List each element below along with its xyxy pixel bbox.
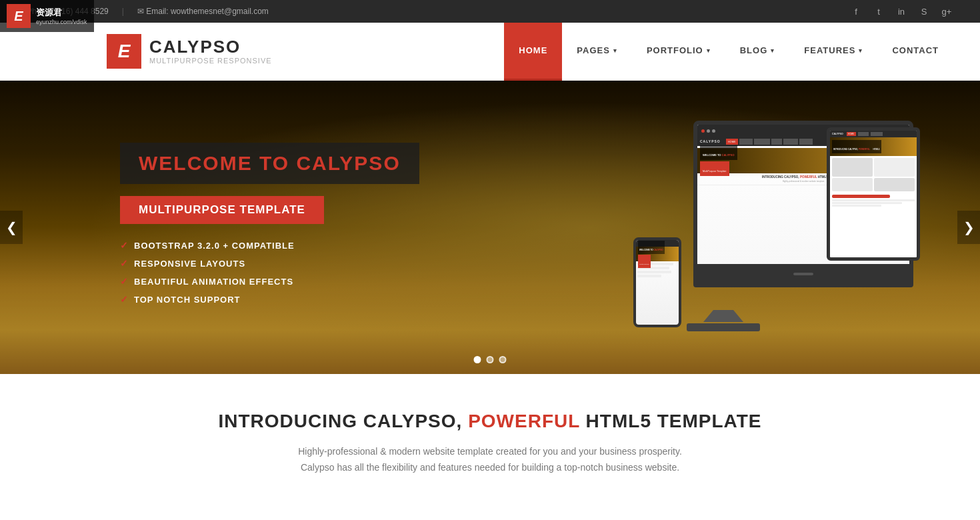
slider-next-button[interactable]: ❯ [957,211,980,244]
hero-title-prefix: WELCOME TO [139,152,296,174]
skype-icon[interactable]: S [917,5,931,18]
welcome-box: WELCOME TO CALYPSO [120,143,419,184]
nav-pages[interactable]: PAGES ▾ [562,23,632,81]
hero-content: WELCOME TO CALYPSO MultiPurpose Template… [0,143,673,312]
phone-mockup: WELCOME TO CALYPSO MultiPurpose [633,237,681,327]
check-icon: ✓ [120,294,129,305]
intro-desc-2: Calypso has all the flexibility and feat… [301,462,679,473]
chevron-down-icon: ▾ [613,47,617,54]
intro-title-powerful: POWERFUL [468,411,580,431]
check-icon: ✓ [120,240,129,251]
logo-tagline: MultiPurpose Responsive [149,57,272,65]
nav-features-label: FEATURES [804,45,855,55]
chevron-left-icon: ❮ [6,219,17,235]
facebook-icon[interactable]: f [849,5,863,18]
intro-description: Highly-professional & modern website tem… [230,444,750,476]
check-icon: ✓ [120,276,129,287]
linkedin-icon[interactable]: in [895,5,908,18]
nav-portfolio-label: PORTFOLIO [647,45,703,55]
hero-slider: ❮ WELCOME TO CALYPSO MultiPurpose Templa… [0,81,980,374]
email-text: Email: wowthemesnet@gmail.com [146,7,269,16]
intro-title: INTRODUCING CALYPSO, POWERFUL HTML5 TEMP… [110,411,870,432]
google-plus-icon[interactable]: g+ [940,5,953,18]
nav-home-label: HOME [519,45,547,55]
nav-blog[interactable]: BLOG ▾ [725,23,790,81]
chevron-right-icon: ❯ [963,219,975,235]
watermark-sub: eyunzhu.com/vdisk [36,19,87,25]
social-links: f t in S g+ [849,5,953,18]
slider-dot-2[interactable] [487,356,494,363]
intro-title-suffix: HTML5 TEMPLATE [580,411,762,431]
separator: | [122,7,124,16]
check-icon: ✓ [120,258,129,269]
hero-subtitle-box: MultiPurpose Template [120,196,324,224]
watermark-icon: E [7,4,31,28]
nav-blog-label: BLOG [740,45,768,55]
feature-label: TOP NOTCH SUPPORT [134,295,241,305]
nav-contact[interactable]: CONTACT [877,23,953,81]
main-nav: HOME PAGES ▾ PORTFOLIO ▾ BLOG ▾ FEATURES… [504,23,953,81]
nav-home[interactable]: HOME [504,23,562,81]
device-mockup: CALYPSO HOME WELCOME TO CALYPSO [647,114,913,341]
slider-dot-1[interactable] [474,356,481,363]
chevron-down-icon: ▾ [859,47,863,54]
envelope-icon: ✉ [137,7,146,16]
email-info: ✉ Email: wowthemesnet@gmail.com [137,7,269,16]
hero-title-brand: CALYPSO [296,152,400,174]
list-item: ✓ BEAUTIFUL ANIMATION EFFECTS [120,276,673,287]
logo-brand: CALYPSO [149,38,272,55]
logo-area[interactable]: E CALYPSO MultiPurpose Responsive [107,34,272,69]
tablet-mockup: CALYPSO HOME INTRODUCING CALYPSO, POWERF… [827,127,920,261]
nav-features[interactable]: FEATURES ▾ [789,23,877,81]
list-item: ✓ TOP NOTCH SUPPORT [120,294,673,305]
list-item: ✓ BOOTSTRAP 3.2.0 + COMPATIBLE [120,240,673,251]
feature-label: RESPONSIVE LAYOUTS [134,259,245,269]
intro-desc-1: Highly-professional & modern website tem… [298,446,682,457]
header: E 资源君 eyunzhu.com/vdisk E CALYPSO MultiP… [0,23,980,81]
slider-dot-3[interactable] [499,356,507,363]
intro-section: INTRODUCING CALYPSO, POWERFUL HTML5 TEMP… [0,374,980,516]
topbar: Phone: (316) 444 8529 | ✉ Email: wowthem… [0,0,980,23]
logo-icon: E [107,34,141,69]
chevron-down-icon: ▾ [771,47,775,54]
hero-title: WELCOME TO CALYPSO [139,152,401,175]
twitter-icon[interactable]: t [872,5,885,18]
intro-title-prefix: INTRODUCING CALYPSO, [218,411,468,431]
feature-label: BEAUTIFUL ANIMATION EFFECTS [134,277,293,287]
list-item: ✓ RESPONSIVE LAYOUTS [120,258,673,269]
slider-prev-button[interactable]: ❮ [0,211,23,244]
nav-contact-label: CONTACT [892,45,939,55]
nav-pages-label: PAGES [577,45,610,55]
watermark: E 资源君 eyunzhu.com/vdisk [0,0,94,32]
hero-features-list: ✓ BOOTSTRAP 3.2.0 + COMPATIBLE ✓ RESPONS… [120,240,673,305]
hero-subtitle-text: MultiPurpose Template [139,203,305,216]
nav-portfolio[interactable]: PORTFOLIO ▾ [632,23,725,81]
watermark-brand: 资源君 [36,7,87,19]
chevron-down-icon: ▾ [707,47,711,54]
slider-dots [474,356,507,363]
feature-label: BOOTSTRAP 3.2.0 + COMPATIBLE [134,241,295,251]
